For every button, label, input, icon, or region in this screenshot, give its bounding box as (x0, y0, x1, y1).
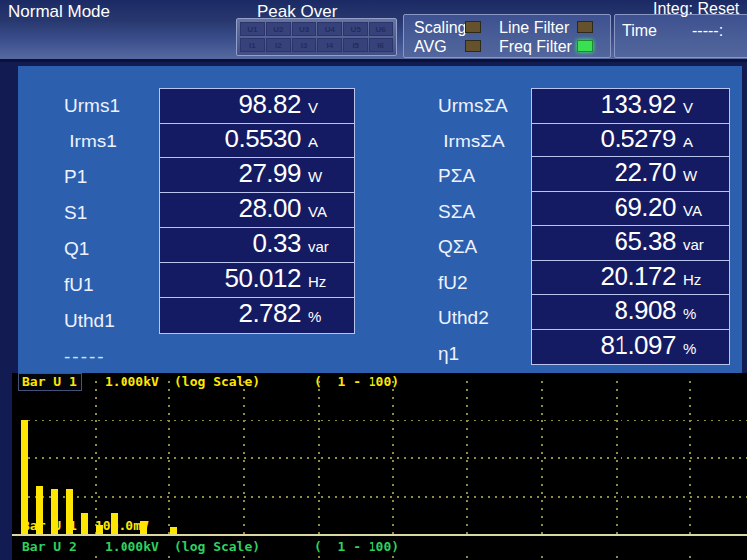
v-gridline (318, 381, 320, 535)
value-box: 0.5530A (159, 123, 355, 159)
value-box: 133.92V (531, 88, 730, 125)
bar-chart-2-top-scale: 1.000kV (105, 539, 159, 555)
measurement-unit: V (301, 99, 348, 116)
peak-over-cell: U2 (266, 22, 291, 36)
line-filter-led-icon (577, 21, 593, 33)
measurement-value: 81.097 (536, 330, 676, 360)
v-gridline (541, 381, 543, 535)
avg-led-icon (465, 40, 481, 52)
measurement-label: P1 (64, 159, 87, 195)
harmonic-bar-h3 (36, 486, 43, 534)
bar-chart-2-range: ( 1 - 100) (314, 539, 399, 555)
power-analyzer-screen: Normal Mode Peak Over U1U2U3U4U5U6 I1I2I… (0, 0, 747, 560)
peak-over-cell: U4 (317, 22, 342, 36)
measurement-label: QΣA (438, 229, 477, 265)
value-box: 50.012Hz (159, 262, 355, 299)
peak-over-row-voltage: U1U2U3U4U5U6 (240, 22, 393, 36)
bar-chart-1-range: ( 1 - 100) (314, 374, 399, 390)
measurement-label: fU2 (438, 265, 468, 301)
measurement-value: 50.012 (164, 263, 301, 293)
measurement-unit: % (301, 308, 348, 325)
v-gridline (689, 381, 691, 535)
value-box: 98.82V (159, 88, 355, 125)
v-gridline-chart2 (243, 556, 245, 560)
peak-over-cell: I2 (266, 38, 291, 52)
measurement-label: S1 (64, 195, 87, 231)
indicator-label-line-filter: Line Filter (499, 19, 569, 37)
v-gridline-chart2 (466, 556, 468, 560)
measurement-unit: Hz (301, 273, 348, 290)
value-box: 0.33var (159, 227, 355, 264)
measurement-label: Irms1 (64, 124, 117, 159)
peak-over-cell: I1 (240, 38, 265, 52)
measurement-label: fU1 (64, 267, 94, 303)
integ-status-label: Integ: Reset (653, 0, 739, 18)
value-box: 0.5279A (531, 123, 730, 159)
v-gridline-chart2 (689, 556, 691, 560)
time-label: Time (622, 22, 657, 40)
measurement-unit: Hz (676, 271, 723, 288)
measurement-value: 98.82 (164, 89, 301, 119)
harmonic-bar-graph-area: Bar U 11.000kV(log Scale)( 1 - 100)Bar U… (12, 373, 747, 560)
measurement-label: PΣA (438, 158, 475, 194)
peak-over-cell: U5 (343, 22, 368, 36)
v-gridline (466, 381, 468, 535)
v-gridline-chart2 (392, 556, 394, 560)
measurement-label: SΣA (438, 194, 475, 230)
value-box: 8.908% (531, 294, 730, 331)
value-box: 69.20VA (531, 191, 730, 228)
measurement-unit: var (301, 238, 348, 255)
peak-over-cell: I5 (343, 38, 368, 52)
value-box: 2.782% (159, 297, 355, 334)
measurement-value: 69.20 (536, 192, 676, 222)
measurement-value: 0.5530 (164, 124, 301, 153)
measurement-unit: A (676, 134, 723, 150)
v-gridline (392, 381, 394, 535)
peak-over-cell: I6 (369, 38, 393, 52)
no-item-dashes: ----- (64, 339, 106, 375)
measurement-value: 28.00 (164, 193, 301, 223)
measurement-value: 0.5279 (536, 124, 676, 153)
measurement-unit: VA (301, 203, 348, 220)
measurement-unit: % (676, 340, 723, 357)
indicator-label-freq-filter: Freq Filter (499, 38, 572, 56)
measurement-unit: W (676, 167, 723, 184)
bar-chart-1-top-scale: 1.000kV (105, 374, 159, 390)
peak-over-cell: U1 (240, 22, 265, 36)
measurement-unit: var (676, 236, 723, 253)
v-gridline-chart2 (318, 556, 320, 560)
measurement-unit: % (676, 305, 723, 322)
value-box: 20.172Hz (531, 260, 730, 297)
bar-chart-2-scale-type: (log Scale) (174, 539, 260, 555)
harmonic-bar-h7 (66, 489, 73, 535)
mode-label: Normal Mode (8, 2, 110, 22)
measurement-label: IrmsΣA (438, 124, 505, 159)
bar-chart-1-scale-type: (log Scale) (174, 374, 260, 390)
peak-over-row-current: I1I2I3I4I5I6 (240, 38, 393, 52)
harmonic-bar-h21 (170, 527, 177, 535)
value-box: 22.70W (531, 156, 730, 193)
measurement-unit: VA (676, 202, 723, 219)
value-box: 27.99W (159, 157, 355, 194)
peak-over-cell: I4 (317, 38, 342, 52)
harmonic-bar-h11 (96, 525, 103, 535)
harmonic-bar-h13 (111, 513, 118, 535)
v-gridline (95, 381, 97, 535)
integration-panel: Time -----: (614, 14, 747, 58)
status-bar: Normal Mode Peak Over U1U2U3U4U5U6 I1I2I… (0, 0, 747, 62)
measurement-unit: A (301, 134, 348, 150)
bar-chart-2-title: Bar U 2 (22, 539, 77, 555)
measurement-label: Uthd1 (64, 303, 115, 339)
measurement-value: 65.38 (536, 226, 676, 256)
indicator-label-avg: AVG (414, 38, 447, 56)
bar-chart-1-title: Bar U 1 (22, 374, 77, 390)
measurement-label: Uthd2 (438, 300, 489, 336)
indicator-label-scaling: Scaling (414, 19, 466, 37)
peak-over-cell: U6 (369, 22, 393, 36)
measurement-label: η1 (438, 336, 459, 372)
indicator-panel: ScalingAVGLine FilterFreq Filter (403, 14, 611, 58)
measurement-value: 20.172 (536, 261, 676, 291)
value-box: 28.00VA (159, 192, 355, 229)
measurement-label: UrmsΣA (438, 88, 508, 124)
measurement-unit: V (676, 99, 723, 116)
